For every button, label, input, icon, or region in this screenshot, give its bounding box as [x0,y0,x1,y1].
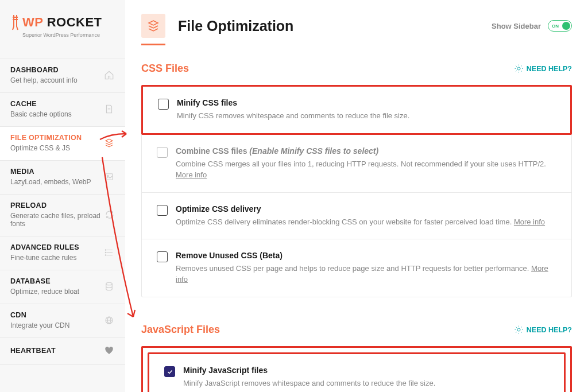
image-icon [103,171,115,183]
opt-combine-css: Combine CSS files (Enable Minify CSS fil… [142,135,571,192]
active-tab-indicator [141,44,165,45]
nav-list: DASHBOARDGet help, account info CACHEBas… [0,59,125,365]
option-desc: Minify JavaScript removes whitespace and… [183,378,549,389]
opt-minify-js: Minify JavaScript files Minify JavaScrip… [149,354,564,392]
logo-wp: WP [22,15,43,29]
opt-unused-css: Remove Unused CSS (Beta) Removes unused … [142,239,571,297]
help-icon [514,325,523,334]
combine-css-checkbox [157,147,168,158]
doc-icon [103,103,115,115]
logo: WP ROCKET Superior WordPress Performance [0,0,125,41]
opt-optimize-css: Optimize CSS delivery Optimize CSS deliv… [142,192,571,239]
svg-point-1 [107,175,109,176]
need-help-link[interactable]: NEED HELP? [514,325,572,334]
rocket-icon [10,14,20,31]
toggle-handle [562,22,570,30]
sidebar-item-preload[interactable]: PRELOADGenerate cache files, preload fon… [0,195,125,236]
layers-icon [141,14,165,38]
js-section-header: JavaScript Files NEED HELP? [141,324,572,336]
layers-icon [103,137,115,149]
option-title: Remove Unused CSS (Beta) [176,251,556,260]
sidebar-item-database[interactable]: DATABASEOptimize, reduce bloat [0,270,125,304]
css-section-header: CSS Files NEED HELP? [141,63,572,75]
page-title: File Optimization [178,18,293,34]
svg-point-3 [105,252,106,253]
main-content: File Optimization Show Sidebar ON CSS Fi… [125,0,588,392]
svg-point-4 [105,255,106,256]
sidebar-item-media[interactable]: MEDIALazyLoad, embeds, WebP [0,161,125,195]
help-icon [514,64,523,73]
optimize-css-checkbox[interactable] [157,205,168,216]
sliders-icon [103,247,115,258]
db-icon [103,281,115,292]
option-desc: Removes unused CSS per page and helps to… [176,263,556,285]
more-info-link[interactable]: More info [176,170,207,179]
option-desc: Combine CSS merges all your files into 1… [176,159,556,181]
option-title: Optimize CSS delivery [176,204,556,214]
js-minify-panel: Minify JavaScript files Minify JavaScrip… [141,346,572,392]
css-minify-panel: Minify CSS files Minify CSS removes whit… [141,85,572,135]
option-desc: Minify CSS removes whitespace and commen… [177,111,555,122]
unused-css-checkbox[interactable] [157,251,168,262]
sidebar-item-cache[interactable]: CACHEBasic cache options [0,93,125,127]
need-help-link[interactable]: NEED HELP? [514,64,572,73]
opt-minify-css: Minify CSS files Minify CSS removes whit… [143,87,570,133]
sidebar-item-heartbeat[interactable]: HEARTBEAT [0,338,125,365]
svg-point-7 [517,67,520,70]
sidebar-item-cdn[interactable]: CDNIntegrate your CDN [0,304,125,338]
section-title: JavaScript Files [141,324,220,336]
option-title: Minify JavaScript files [183,366,549,375]
minify-js-checkbox[interactable] [164,366,175,377]
option-desc: Optimize CSS delivery eliminates render-… [176,217,556,228]
show-sidebar-toggle[interactable]: ON [548,20,572,32]
page-header: File Optimization Show Sidebar ON [141,14,572,38]
home-icon [103,69,115,81]
sidebar: WP ROCKET Superior WordPress Performance… [0,0,125,392]
sidebar-item-file-optimization[interactable]: FILE OPTIMIZATIONOptimize CSS & JS [0,127,125,161]
section-title: CSS Files [141,63,189,75]
show-sidebar-label: Show Sidebar [492,22,541,30]
svg-point-5 [106,282,113,285]
option-title: Combine CSS files (Enable Minify CSS fil… [176,146,556,156]
more-info-link[interactable]: More info [514,218,545,226]
reload-icon [105,209,115,220]
svg-point-2 [105,250,106,251]
option-title: Minify CSS files [177,98,555,107]
logo-text: ROCKET [47,15,102,29]
heart-icon [103,345,115,356]
minify-css-checkbox[interactable] [158,99,169,110]
logo-tagline: Superior WordPress Performance [22,32,115,38]
globe-icon [103,315,115,326]
css-options-panel: Combine CSS files (Enable Minify CSS fil… [141,135,572,297]
sidebar-item-dashboard[interactable]: DASHBOARDGet help, account info [0,59,125,93]
sidebar-item-advanced-rules[interactable]: ADVANCED RULESFine-tune cache rules [0,236,125,270]
svg-point-8 [517,328,520,331]
